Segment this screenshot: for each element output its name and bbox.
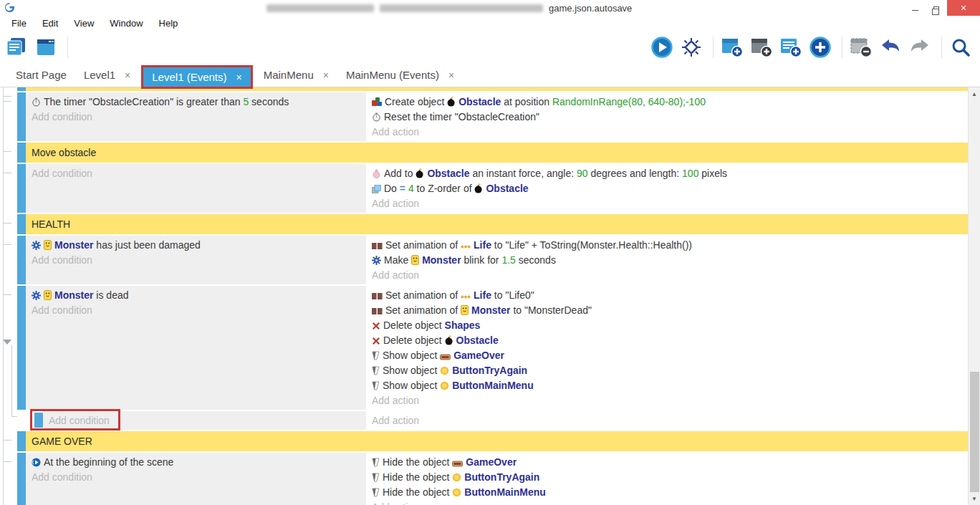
add-condition-link[interactable]: Add condition	[32, 166, 366, 181]
visibility-icon	[372, 381, 380, 390]
action-instruction[interactable]: Create object Obstacle at position Rando…	[372, 95, 968, 110]
action-instruction[interactable]: Delete object Obstacle	[372, 333, 968, 348]
event-selection-bar[interactable]	[17, 92, 26, 141]
object-name: Monster	[54, 289, 93, 301]
event-selection-bar[interactable]	[17, 143, 26, 163]
event-selection-bar[interactable]	[17, 87, 26, 91]
action-instruction[interactable]: Hide the object GameOver	[372, 455, 968, 470]
event-row[interactable]: The timer "ObstacleCreation" is greater …	[17, 92, 968, 141]
object-name: ButtonMainMenu	[464, 486, 546, 498]
add-circle-plus-button[interactable]	[810, 35, 834, 59]
event-group-row[interactable]: HEALTH	[17, 214, 968, 234]
behavior-gear-icon	[372, 256, 381, 265]
tab-label: MainMenu	[264, 69, 314, 81]
condition-instruction[interactable]: Monster is dead	[32, 288, 366, 303]
event-selection-bar[interactable]	[17, 286, 26, 410]
add-action-link[interactable]: Add action	[372, 196, 968, 211]
tab-mainmenu[interactable]: MainMenu×	[255, 65, 337, 85]
add-action-link[interactable]: Add action	[372, 393, 968, 408]
event-selection-bar[interactable]	[17, 236, 26, 284]
instruction-text: blink for	[461, 254, 502, 266]
action-instruction[interactable]: Show object GameOver	[372, 348, 968, 363]
add-action-link[interactable]: Add action	[372, 413, 968, 428]
project-manager-button[interactable]	[6, 35, 30, 59]
menu-file[interactable]: File	[4, 16, 34, 31]
action-instruction[interactable]: Reset the timer "ObstacleCreation"	[372, 110, 968, 125]
maximize-button[interactable]	[926, 0, 947, 16]
instruction-text: Hide the object	[383, 471, 452, 483]
tree-tick	[3, 440, 11, 441]
tab-close-icon[interactable]: ×	[236, 72, 242, 83]
action-instruction[interactable]: Set animation of Monster to "MonsterDead…	[372, 303, 968, 318]
action-instruction[interactable]: Set animation of Life to "Life" + ToStri…	[372, 238, 968, 253]
delete-event-button[interactable]	[850, 35, 875, 59]
action-instruction[interactable]: Show object ButtonTryAgain	[372, 363, 968, 378]
play-button[interactable]	[651, 35, 676, 59]
event-selection-bar[interactable]	[17, 431, 26, 451]
add-condition-link[interactable]: Add condition	[32, 253, 366, 268]
action-instruction[interactable]: Make Monster blink for 1.5 seconds	[372, 253, 968, 268]
debug-button[interactable]	[681, 35, 705, 59]
add-subevent-button[interactable]	[751, 35, 775, 59]
undo-button[interactable]	[880, 35, 904, 59]
add-comment-button[interactable]	[780, 35, 804, 59]
action-instruction[interactable]: Set animation of Life to "Life0"	[372, 288, 968, 303]
scene-editor-button[interactable]	[35, 35, 59, 59]
tree-tick	[3, 96, 11, 97]
tab-close-icon[interactable]: ×	[125, 69, 130, 81]
actions-cell: Add action	[366, 411, 968, 430]
add-condition-link[interactable]: Add condition	[49, 413, 366, 428]
add-condition-link[interactable]: Add condition	[32, 470, 366, 485]
event-row[interactable]: Monster has just been damagedAdd conditi…	[17, 236, 968, 284]
add-action-link[interactable]: Add action	[372, 268, 968, 283]
event-selection-bar[interactable]	[17, 453, 26, 505]
object-name: Obstacle	[456, 335, 499, 346]
event-selection-bar[interactable]	[17, 164, 26, 213]
event-group-row[interactable]: GAME OVER	[17, 431, 968, 451]
action-instruction[interactable]: Hide the object ButtonTryAgain	[372, 470, 968, 485]
scrollbar-thumb[interactable]	[970, 372, 979, 492]
add-action-link[interactable]: Add action	[372, 125, 968, 140]
condition-instruction[interactable]: The timer "ObstacleCreation" is greater …	[32, 95, 366, 110]
add-event-button[interactable]	[721, 35, 746, 59]
event-row[interactable]: At the beginning of the sceneAdd conditi…	[17, 453, 968, 505]
conditions-cell: Monster is deadAdd condition	[26, 286, 366, 410]
menu-view[interactable]: View	[66, 16, 102, 31]
event-selection-bar[interactable]	[17, 214, 26, 234]
main-toolbar	[0, 32, 980, 63]
action-instruction[interactable]: Hide the object ButtonMainMenu	[372, 485, 968, 500]
action-instruction[interactable]: Delete object Shapes	[372, 318, 968, 333]
close-button[interactable]: ×	[947, 0, 980, 16]
event-row[interactable]: Add conditionAdd to Obstacle an instant …	[17, 164, 968, 213]
minimize-button[interactable]	[904, 0, 926, 16]
vertical-scrollbar[interactable]: ▲ ▼	[968, 87, 980, 505]
action-instruction[interactable]: Do = 4 to Z-order of Obstacle	[372, 181, 968, 196]
menu-help[interactable]: Help	[151, 16, 186, 31]
tab-level1-events[interactable]: Level1 (Events)×	[143, 67, 250, 87]
subevent-expander-icon[interactable]	[3, 340, 11, 345]
condition-instruction[interactable]: At the beginning of the scene	[32, 455, 366, 470]
menu-edit[interactable]: Edit	[34, 16, 66, 31]
search-button[interactable]	[950, 35, 974, 59]
action-instruction[interactable]: Show object ButtonMainMenu	[372, 378, 968, 393]
add-condition-link[interactable]: Add condition	[32, 110, 366, 125]
event-selection-bar[interactable]	[34, 413, 43, 428]
condition-instruction[interactable]: Monster has just been damaged	[32, 238, 366, 253]
subevent-row[interactable]: Add conditionAdd action	[17, 411, 968, 430]
tab-mainmenu-events[interactable]: MainMenu (Events)×	[337, 65, 463, 85]
scroll-up-arrow[interactable]: ▲	[969, 91, 980, 97]
add-condition-link[interactable]: Add condition	[32, 303, 366, 318]
action-instruction[interactable]: Add to Obstacle an instant force, angle:…	[372, 166, 968, 181]
event-row[interactable]: Monster is deadAdd conditionSet animatio…	[17, 286, 968, 410]
tree-tick	[3, 244, 11, 245]
menu-window[interactable]: Window	[102, 16, 150, 31]
window-title: game.json.autosave	[549, 3, 632, 14]
tab-start-page[interactable]: Start Page	[7, 65, 75, 85]
tab-level1[interactable]: Level1×	[75, 65, 139, 85]
add-action-link[interactable]: Add action	[372, 500, 968, 505]
scroll-down-arrow[interactable]: ▼	[969, 496, 980, 502]
tab-close-icon[interactable]: ×	[323, 69, 329, 81]
event-group-row[interactable]: Move obstacle	[17, 143, 968, 163]
redo-button[interactable]	[909, 35, 933, 59]
tab-close-icon[interactable]: ×	[448, 69, 454, 81]
